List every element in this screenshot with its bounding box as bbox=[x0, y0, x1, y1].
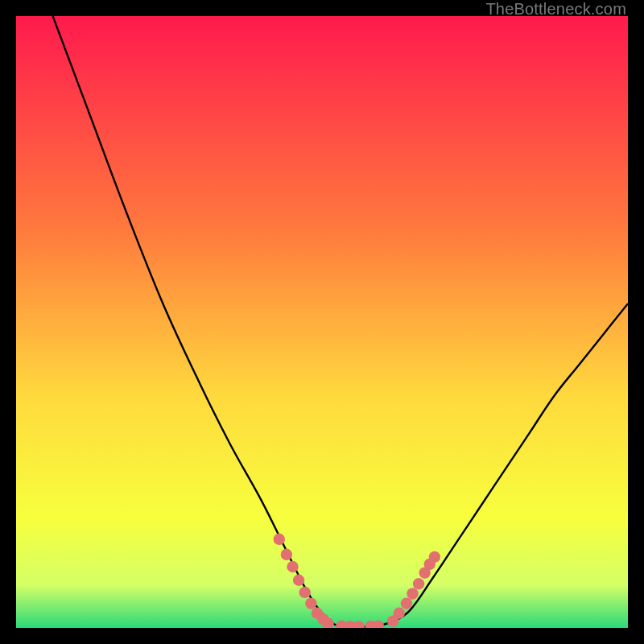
data-marker bbox=[413, 578, 424, 589]
bottleneck-chart bbox=[16, 16, 628, 628]
data-marker bbox=[293, 575, 304, 586]
data-marker bbox=[281, 549, 292, 560]
data-marker bbox=[394, 608, 405, 619]
data-marker bbox=[401, 597, 412, 609]
data-marker bbox=[407, 588, 418, 599]
data-marker bbox=[429, 551, 440, 563]
attribution-text: TheBottleneck.com bbox=[485, 0, 626, 19]
gradient-background bbox=[16, 16, 628, 628]
data-marker bbox=[274, 534, 285, 545]
chart-frame bbox=[16, 16, 628, 628]
data-marker bbox=[299, 587, 311, 598]
data-marker bbox=[287, 561, 298, 572]
data-marker bbox=[305, 597, 316, 609]
